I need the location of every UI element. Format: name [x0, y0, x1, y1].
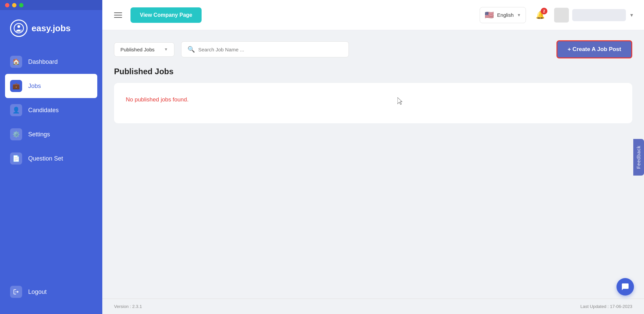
create-job-button[interactable]: + Create A Job Post	[556, 40, 632, 58]
candidates-icon: 👤	[10, 104, 22, 116]
view-company-button[interactable]: View Company Page	[130, 7, 202, 23]
sidebar-logo: easy.jobs	[0, 10, 102, 46]
question-set-icon: 📄	[10, 152, 22, 165]
profile-chevron-icon: ▼	[629, 12, 634, 18]
sidebar-item-settings[interactable]: ⚙️ Settings	[0, 122, 102, 146]
header: View Company Page 🇺🇸 English ▼ 🔔 2 ▼	[102, 0, 644, 30]
sidebar-label-question-set: Question Set	[28, 155, 63, 162]
menu-toggle[interactable]	[112, 11, 124, 19]
sidebar-label-settings: Settings	[28, 131, 50, 138]
flag-icon: 🇺🇸	[485, 11, 494, 19]
sidebar-bottom: Logout	[0, 273, 102, 314]
main-area: View Company Page 🇺🇸 English ▼ 🔔 2 ▼ Pub…	[102, 0, 644, 314]
mac-maximize[interactable]	[19, 3, 23, 7]
language-selector[interactable]: 🇺🇸 English ▼	[480, 7, 526, 23]
sidebar-label-candidates: Candidates	[28, 107, 59, 114]
jobs-icon: 💼	[10, 80, 22, 92]
logo-icon	[10, 19, 28, 37]
sidebar-label-jobs: Jobs	[28, 83, 41, 90]
user-info-placeholder	[572, 9, 626, 21]
avatar	[554, 8, 569, 23]
mac-close[interactable]	[5, 3, 9, 7]
logo-text: easy.jobs	[32, 23, 71, 34]
sidebar-nav: 🏠 Dashboard 💼 Jobs 👤 Candidates ⚙️ Setti…	[0, 46, 102, 273]
home-icon: 🏠	[10, 56, 22, 68]
mac-titlebar	[0, 0, 102, 10]
settings-icon: ⚙️	[10, 128, 22, 140]
main-content: Published Jobs ▼ 🔍 + Create A Job Post P…	[102, 30, 644, 299]
empty-message: No published jobs found.	[126, 96, 621, 103]
filter-bar: Published Jobs ▼ 🔍 + Create A Job Post	[114, 40, 632, 58]
search-icon: 🔍	[187, 46, 195, 53]
sidebar-item-dashboard[interactable]: 🏠 Dashboard	[0, 50, 102, 74]
sidebar-item-candidates[interactable]: 👤 Candidates	[0, 98, 102, 122]
language-label: English	[497, 12, 514, 18]
svg-point-1	[17, 25, 20, 28]
sidebar-label-logout: Logout	[28, 288, 47, 296]
footer-version: Version : 2.3.1	[114, 304, 142, 309]
sidebar-item-jobs[interactable]: 💼 Jobs	[5, 74, 97, 98]
sidebar-item-question-set[interactable]: 📄 Question Set	[0, 146, 102, 171]
sidebar: easy.jobs 🏠 Dashboard 💼 Jobs 👤 Candidate…	[0, 0, 102, 314]
job-filter-dropdown[interactable]: Published Jobs ▼	[114, 42, 174, 57]
search-box: 🔍	[181, 41, 349, 57]
search-input[interactable]	[198, 47, 342, 52]
notification-badge: 2	[541, 8, 547, 14]
filter-chevron-icon: ▼	[164, 47, 168, 52]
filter-selected-label: Published Jobs	[120, 47, 155, 52]
logout-button[interactable]: Logout	[0, 280, 102, 304]
chevron-down-icon: ▼	[517, 13, 521, 17]
user-profile[interactable]: ▼	[554, 8, 634, 23]
page-title: Published Jobs	[114, 67, 632, 76]
logout-icon	[10, 286, 22, 298]
footer: Version : 2.3.1 Last Updated : 17-06-202…	[102, 299, 644, 314]
mac-minimize[interactable]	[12, 3, 16, 7]
jobs-empty-card: No published jobs found.	[114, 83, 632, 123]
notification-button[interactable]: 🔔 2	[533, 8, 547, 23]
sidebar-label-dashboard: Dashboard	[28, 58, 58, 65]
feedback-tab[interactable]: Feedback	[633, 139, 644, 175]
chat-button[interactable]	[616, 278, 634, 296]
footer-last-updated: Last Updated : 17-06-2023	[580, 304, 632, 309]
